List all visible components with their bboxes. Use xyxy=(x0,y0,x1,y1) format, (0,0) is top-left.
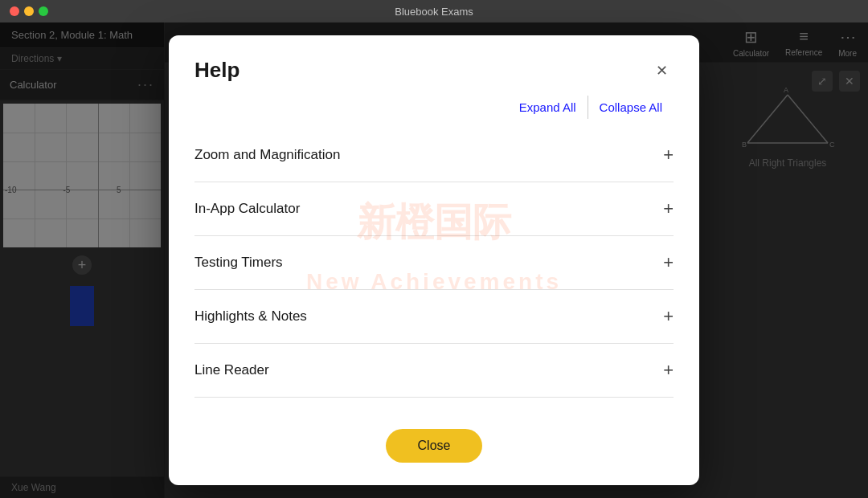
help-item-toggle-icon: + xyxy=(663,252,674,273)
help-item-zoom[interactable]: Zoom and Magnification + xyxy=(194,129,674,182)
dialog-body: Zoom and Magnification + In-App Calculat… xyxy=(169,129,699,413)
dialog-controls: Expand All Collapse All xyxy=(169,96,699,129)
help-item-toggle-icon: + xyxy=(663,360,674,381)
help-item-reader[interactable]: Line Reader + xyxy=(194,344,674,398)
help-item-toggle-icon: + xyxy=(663,198,674,219)
dialog-footer: Close xyxy=(169,413,699,485)
help-item-toggle-icon: + xyxy=(663,145,674,165)
title-bar: Bluebook Exams xyxy=(0,0,868,22)
help-item-toggle-icon: + xyxy=(663,306,674,327)
help-item-highlights[interactable]: Highlights & Notes + xyxy=(194,290,674,344)
app-title: Bluebook Exams xyxy=(395,6,473,18)
collapse-all-button[interactable]: Collapse All xyxy=(588,96,674,119)
help-item-label: Testing Timers xyxy=(194,255,283,271)
close-traffic-light[interactable] xyxy=(10,6,19,16)
help-item-label: Zoom and Magnification xyxy=(194,147,340,163)
help-item-eliminator[interactable]: Option Eliminator + xyxy=(194,398,674,413)
app-area: Section 2, Module 1: Math Directions ▾ C… xyxy=(0,22,868,498)
traffic-lights xyxy=(10,6,48,16)
dialog-title: Help xyxy=(194,58,240,83)
close-x-icon: ✕ xyxy=(656,62,668,80)
minimize-traffic-light[interactable] xyxy=(24,6,34,16)
dialog-header: Help ✕ xyxy=(169,35,699,96)
help-item-timers[interactable]: Testing Timers + xyxy=(194,236,674,290)
expand-all-button[interactable]: Expand All xyxy=(508,96,588,119)
help-item-label: Highlights & Notes xyxy=(194,308,307,325)
modal-overlay: Help ✕ Expand All Collapse All Zoom and … xyxy=(0,22,868,498)
help-item-label: In-App Calculator xyxy=(194,201,300,217)
help-item-calculator[interactable]: In-App Calculator + xyxy=(194,182,674,236)
fullscreen-traffic-light[interactable] xyxy=(39,6,48,16)
help-dialog: Help ✕ Expand All Collapse All Zoom and … xyxy=(169,35,699,485)
dialog-close-x-button[interactable]: ✕ xyxy=(649,59,674,83)
help-item-label: Line Reader xyxy=(194,362,269,378)
close-dialog-button[interactable]: Close xyxy=(386,429,483,463)
